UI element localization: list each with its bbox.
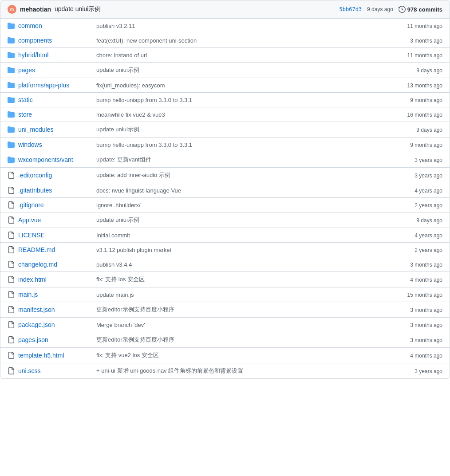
- folder-icon: [8, 82, 15, 89]
- file-name[interactable]: windows: [18, 141, 42, 148]
- table-row: README.md v3.1.12 publish plugin market …: [0, 243, 450, 257]
- commit-message-cell: fix: 支持 vue2 ios 安全区: [89, 348, 387, 363]
- file-table: common publish v3.2.11 11 months ago com…: [0, 19, 450, 378]
- commit-msg[interactable]: 更新editor示例支持百度小程序: [96, 336, 174, 343]
- commits-count-link[interactable]: 978 commits: [399, 6, 442, 13]
- commit-message-cell: v3.1.12 publish plugin market: [89, 243, 387, 257]
- file-name[interactable]: index.html: [18, 276, 47, 283]
- time-cell: 9 months ago: [387, 93, 450, 107]
- file-name[interactable]: .editorconfig: [18, 172, 52, 179]
- time-ago: 4 months ago: [410, 277, 442, 283]
- commit-msg[interactable]: feat(extUI): new component uni-section: [96, 37, 197, 44]
- commit-msg[interactable]: update main.js: [96, 291, 134, 298]
- header-right: 5bb67d3 9 days ago 978 commits: [339, 6, 442, 13]
- commit-msg[interactable]: ignore .hbuilderx/: [96, 202, 141, 208]
- commit-msg[interactable]: v3.1.12 publish plugin market: [96, 247, 171, 253]
- file-icon: [8, 352, 15, 359]
- commit-hash[interactable]: 5bb67d3: [339, 6, 362, 12]
- time-ago: 9 days ago: [416, 127, 442, 133]
- file-name[interactable]: main.js: [18, 291, 38, 298]
- file-name[interactable]: .gitattributes: [18, 187, 52, 194]
- file-name[interactable]: wxcomponents/vant: [18, 156, 73, 163]
- commit-msg[interactable]: chore: instand of url: [96, 52, 147, 59]
- table-row: pages update uniui示例 9 days ago: [0, 63, 450, 78]
- commit-msg[interactable]: + uni-ui 新增 uni-goods-nav 组件角标的前景色和背景设置: [96, 367, 243, 374]
- file-name[interactable]: static: [18, 96, 33, 103]
- folder-icon: [8, 156, 15, 163]
- commit-msg[interactable]: update uniui示例: [96, 67, 139, 73]
- time-cell: 3 months ago: [387, 302, 450, 318]
- commit-message-cell: Merge branch 'dev': [89, 318, 387, 332]
- commit-message-cell: fix: 支持 ios 安全区: [89, 272, 387, 287]
- file-icon: [8, 246, 15, 253]
- file-name[interactable]: LICENSE: [18, 232, 45, 239]
- table-row: common publish v3.2.11 11 months ago: [0, 19, 450, 33]
- time-cell: 11 months ago: [387, 48, 450, 63]
- time-cell: 3 months ago: [387, 318, 450, 332]
- commit-msg[interactable]: fix: 支持 ios 安全区: [96, 276, 145, 283]
- file-name[interactable]: App.vue: [18, 216, 41, 224]
- time-ago: 3 months ago: [410, 262, 442, 268]
- commit-msg[interactable]: docs: nvue linguist-language Vue: [96, 187, 181, 194]
- commit-msg[interactable]: 更新editor示例支持百度小程序: [96, 306, 174, 313]
- file-name[interactable]: components: [18, 37, 52, 44]
- commit-author[interactable]: mehaotian: [20, 6, 51, 13]
- file-name[interactable]: common: [18, 22, 42, 29]
- time-cell: 3 months ago: [387, 33, 450, 48]
- file-name[interactable]: pages.json: [18, 336, 48, 343]
- file-name-cell: uni_modules: [0, 122, 89, 138]
- time-cell: 3 months ago: [387, 332, 450, 348]
- commit-msg[interactable]: meanwhile fix vue2 & vue3: [96, 111, 165, 118]
- file-name-cell: common: [0, 19, 89, 33]
- table-row: index.html fix: 支持 ios 安全区 4 months ago: [0, 272, 450, 287]
- commit-msg[interactable]: fix: 支持 vue2 ios 安全区: [96, 352, 159, 358]
- folder-icon: [8, 22, 15, 29]
- commit-header: m mehaotian update uniui示例 5bb67d3 9 day…: [0, 0, 450, 19]
- file-name[interactable]: .gitignore: [18, 201, 44, 208]
- commit-msg[interactable]: publish v3.4.4: [96, 261, 132, 268]
- file-name[interactable]: uni.scss: [18, 367, 41, 374]
- commit-msg[interactable]: Initial commit: [96, 232, 130, 239]
- file-icon: [8, 276, 15, 283]
- commit-msg[interactable]: bump hello-uniapp from 3.3.0 to 3.3.1: [96, 142, 192, 148]
- table-row: platforms/app-plus fix(uni_modules): eas…: [0, 78, 450, 93]
- file-icon: [8, 232, 15, 239]
- folder-icon: [8, 51, 15, 59]
- commit-message-cell: docs: nvue linguist-language Vue: [89, 183, 387, 198]
- commit-time: 9 days ago: [367, 6, 393, 12]
- history-icon: [399, 6, 406, 13]
- file-icon: [8, 291, 15, 298]
- file-name-cell: manifest.json: [0, 302, 89, 318]
- commit-message-cell: + uni-ui 新增 uni-goods-nav 组件角标的前景色和背景设置: [89, 363, 387, 379]
- commit-msg[interactable]: update uniui示例: [96, 126, 139, 133]
- time-ago: 4 years ago: [414, 232, 442, 239]
- commit-message-cell: bump hello-uniapp from 3.3.0 to 3.3.1: [89, 138, 387, 152]
- file-icon: [8, 216, 15, 224]
- time-cell: 4 years ago: [387, 183, 450, 198]
- commit-msg[interactable]: fix(uni_modules): easycom: [96, 82, 165, 89]
- commit-msg[interactable]: update: add inner-audio 示例: [96, 172, 170, 178]
- file-name[interactable]: platforms/app-plus: [18, 82, 69, 89]
- file-name[interactable]: template.h5.html: [18, 352, 64, 359]
- table-row: windows bump hello-uniapp from 3.3.0 to …: [0, 138, 450, 152]
- file-name-cell: windows: [0, 138, 89, 152]
- file-name[interactable]: manifest.json: [18, 306, 55, 313]
- commit-message-cell: chore: instand of url: [89, 48, 387, 63]
- file-name[interactable]: package.json: [18, 321, 55, 328]
- file-name[interactable]: changelog.md: [18, 261, 57, 268]
- time-cell: 13 months ago: [387, 78, 450, 93]
- file-name[interactable]: uni_modules: [18, 126, 53, 133]
- commit-msg[interactable]: update uniui示例: [96, 216, 139, 223]
- commit-msg[interactable]: update: 更新vant组件: [96, 156, 151, 163]
- commit-msg[interactable]: publish v3.2.11: [96, 23, 135, 29]
- file-name[interactable]: store: [18, 111, 32, 118]
- commit-msg[interactable]: Merge branch 'dev': [96, 322, 145, 328]
- commit-message-cell: update uniui示例: [89, 63, 387, 78]
- file-name-cell: store: [0, 107, 89, 122]
- file-name-cell: uni.scss: [0, 363, 89, 379]
- file-name[interactable]: pages: [18, 67, 35, 74]
- file-name[interactable]: hybrid/html: [18, 51, 48, 59]
- commit-msg[interactable]: bump hello-uniapp from 3.3.0 to 3.3.1: [96, 97, 192, 103]
- file-name-cell: changelog.md: [0, 257, 89, 272]
- file-name[interactable]: README.md: [18, 246, 55, 253]
